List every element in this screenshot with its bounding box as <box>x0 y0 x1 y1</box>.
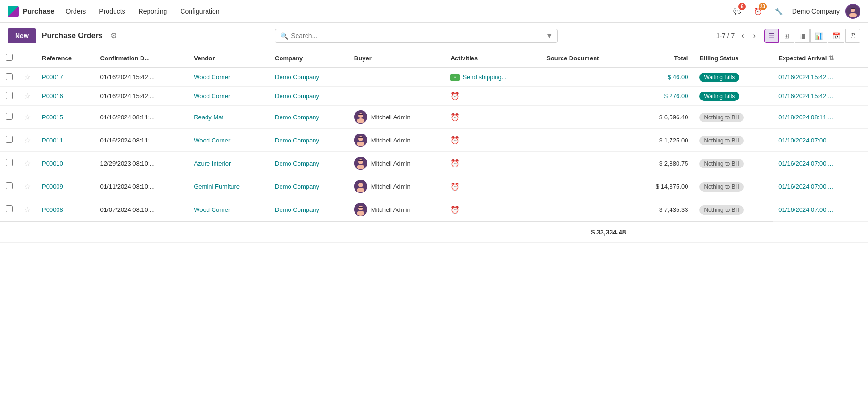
row-checkbox[interactable] <box>6 182 13 189</box>
activities-button[interactable]: ⏰ 23 <box>751 4 766 19</box>
activity-clock-icon[interactable]: ⏰ <box>450 92 460 100</box>
confirmation-date: 01/16/2024 15:42:... <box>95 67 189 87</box>
expected-arrival: 01/10/2024 07:00:... <box>773 129 868 152</box>
header-expected-arrival[interactable]: Expected Arrival ⇅ <box>773 49 868 67</box>
header-billing-status[interactable]: Billing Status <box>694 49 773 67</box>
table-row: ☆P0000901/11/2024 08:10:...Gemini Furnit… <box>0 175 868 198</box>
select-all-checkbox[interactable] <box>6 54 13 61</box>
activities-cell: ≡ Send shipping... <box>450 74 535 81</box>
star-icon[interactable]: ☆ <box>24 136 31 144</box>
activity-green-icon[interactable]: ≡ <box>450 74 460 81</box>
star-icon[interactable]: ☆ <box>24 159 31 167</box>
row-checkbox[interactable] <box>6 92 13 99</box>
row-checkbox[interactable] <box>6 205 13 212</box>
reference-link[interactable]: P00015 <box>42 114 63 121</box>
vendor-link[interactable]: Azure Interior <box>194 160 231 167</box>
nav-orders[interactable]: Orders <box>60 5 92 18</box>
activity-clock-icon[interactable]: ⏰ <box>450 182 460 191</box>
confirmation-date: 01/16/2024 08:11:... <box>95 106 189 129</box>
calendar-view-button[interactable]: 📅 <box>828 29 844 43</box>
reference-link[interactable]: P00017 <box>42 74 63 81</box>
next-page-button[interactable]: › <box>751 30 759 42</box>
avatar-svg <box>846 5 860 18</box>
svg-point-5 <box>358 113 363 118</box>
header-source-document[interactable]: Source Document <box>541 49 631 67</box>
row-checkbox[interactable] <box>6 159 13 166</box>
table-row: ☆P0001701/16/2024 15:42:...Wood CornerDe… <box>0 67 868 87</box>
buyer-name: Mitchell Admin <box>371 206 411 213</box>
table-row: ☆P0001601/16/2024 15:42:...Wood CornerDe… <box>0 87 868 106</box>
vendor-link[interactable]: Gemini Furniture <box>194 183 240 190</box>
logo-icon <box>8 6 19 17</box>
reference-link[interactable]: P00010 <box>42 160 63 167</box>
nav-configuration[interactable]: Configuration <box>174 5 225 18</box>
reference-link[interactable]: P00009 <box>42 183 63 190</box>
company-link[interactable]: Demo Company <box>275 74 319 81</box>
company-link[interactable]: Demo Company <box>275 92 319 100</box>
header-vendor[interactable]: Vendor <box>188 49 269 67</box>
company-link[interactable]: Demo Company <box>275 114 319 121</box>
toolbar: New Purchase Orders ⚙ 🔍 ▼ 1-7 / 7 ‹ › ☰ … <box>0 23 868 49</box>
row-checkbox[interactable] <box>6 136 13 143</box>
vendor-link[interactable]: Wood Corner <box>194 92 230 100</box>
grid-view-button[interactable]: ▦ <box>795 29 810 43</box>
star-icon[interactable]: ☆ <box>24 206 31 214</box>
header-reference[interactable]: Reference <box>36 49 95 67</box>
buyer-avatar <box>354 110 367 124</box>
company-link[interactable]: Demo Company <box>275 160 319 167</box>
header-total[interactable]: Total <box>632 49 694 67</box>
activity-clock-icon[interactable]: ⏰ <box>450 205 460 214</box>
settings-button[interactable]: 🔧 <box>771 4 786 19</box>
row-checkbox[interactable] <box>6 73 13 80</box>
star-icon[interactable]: ☆ <box>24 183 31 191</box>
search-dropdown-icon[interactable]: ▼ <box>546 32 553 40</box>
company-link[interactable]: Demo Company <box>275 137 319 144</box>
row-checkbox[interactable] <box>6 113 13 120</box>
search-input[interactable] <box>291 32 543 40</box>
app-logo[interactable]: Purchase <box>8 6 55 17</box>
svg-rect-11 <box>358 137 363 138</box>
header-confirmation[interactable]: Confirmation D... <box>95 49 189 67</box>
nav-reporting[interactable]: Reporting <box>133 5 173 18</box>
svg-rect-7 <box>358 114 363 115</box>
gear-icon[interactable]: ⚙ <box>110 31 117 40</box>
vendor-link[interactable]: Wood Corner <box>194 74 230 81</box>
kanban-view-button[interactable]: ⊞ <box>780 29 794 43</box>
svg-point-1 <box>851 8 855 12</box>
vendor-link[interactable]: Wood Corner <box>194 137 230 144</box>
chart-view-button[interactable]: 📊 <box>810 29 827 43</box>
column-adjust-icon[interactable]: ⇅ <box>828 54 834 62</box>
company-link[interactable]: Demo Company <box>275 183 319 190</box>
activity-clock-icon[interactable]: ⏰ <box>450 159 460 168</box>
reference-link[interactable]: P00016 <box>42 92 63 100</box>
user-avatar[interactable] <box>845 4 860 19</box>
app-name[interactable]: Purchase <box>23 7 55 15</box>
activity-clock-icon[interactable]: ⏰ <box>450 113 460 122</box>
activities-badge: 23 <box>759 3 767 10</box>
buyer-cell: Mitchell Admin <box>354 110 439 124</box>
new-button[interactable]: New <box>8 28 36 43</box>
svg-rect-3 <box>851 8 855 9</box>
reference-link[interactable]: P00008 <box>42 206 63 213</box>
prev-page-button[interactable]: ‹ <box>738 30 746 42</box>
header-buyer[interactable]: Buyer <box>348 49 445 67</box>
vendor-link[interactable]: Wood Corner <box>194 206 230 213</box>
activity-view-button[interactable]: ⏱ <box>845 29 860 43</box>
header-company[interactable]: Company <box>269 49 348 67</box>
table-row: ☆P0001501/16/2024 08:11:...Ready MatDemo… <box>0 106 868 129</box>
total-amount: $ 276.00 <box>664 92 688 100</box>
company-name[interactable]: Demo Company <box>792 8 840 15</box>
nav-products[interactable]: Products <box>93 5 131 18</box>
activity-clock-icon[interactable]: ⏰ <box>450 136 460 145</box>
reference-link[interactable]: P00011 <box>42 137 63 144</box>
star-icon[interactable]: ☆ <box>24 113 31 121</box>
vendor-link[interactable]: Ready Mat <box>194 114 223 121</box>
company-link[interactable]: Demo Company <box>275 206 319 213</box>
confirmation-date: 01/11/2024 08:10:... <box>95 175 189 198</box>
star-icon[interactable]: ☆ <box>24 73 31 81</box>
star-icon[interactable]: ☆ <box>24 92 31 100</box>
list-view-button[interactable]: ☰ <box>764 29 779 43</box>
notifications-button[interactable]: 💬 6 <box>730 4 745 19</box>
header-activities[interactable]: Activities <box>445 49 541 67</box>
svg-point-21 <box>358 206 363 210</box>
